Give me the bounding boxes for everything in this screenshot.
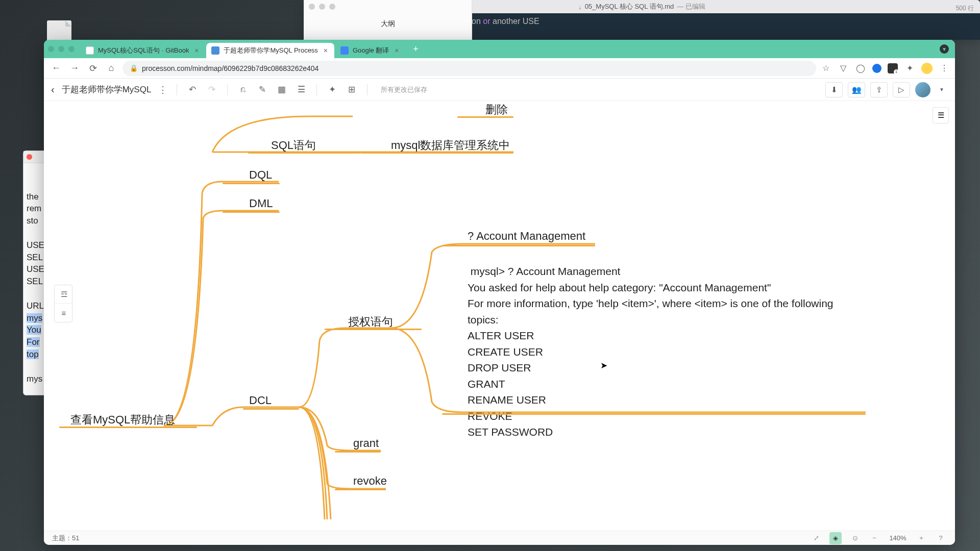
forward-button[interactable]: → xyxy=(67,61,82,76)
tab-google-translate[interactable]: Google 翻译 × xyxy=(335,43,406,58)
layout-icon[interactable]: ▦ xyxy=(276,84,288,96)
node-revoke[interactable]: revoke xyxy=(353,474,387,488)
close-icon[interactable]: × xyxy=(393,47,400,54)
node-account-mgmt[interactable]: ? Account Management xyxy=(468,230,585,243)
download-button[interactable]: ⬇ xyxy=(825,82,843,97)
redo-button[interactable]: ↷ xyxy=(206,84,218,96)
node-root[interactable]: 查看MySQL帮助信息 xyxy=(70,412,175,428)
extension-icon-1[interactable] xyxy=(872,64,881,73)
extension-icon-2[interactable] xyxy=(888,63,898,73)
layers-icon[interactable]: ◈ xyxy=(829,532,842,544)
grid-icon[interactable]: ⊞ xyxy=(346,84,358,96)
editor-title: ↓ 05_MySQL 核心 SQL 语句.md — 已编辑 xyxy=(578,2,705,11)
collab-button[interactable]: 👥 xyxy=(848,82,865,97)
browser-window: MySQL核心SQL语句 · GitBook × 于超老师带你学MySQL Pr… xyxy=(44,40,955,545)
app-toolbar: ‹ 于超老师带你学MySQL ⋮ ↶ ↷ ⎌ ✎ ▦ ☰ ✦ ⊞ 所有更改已保存… xyxy=(44,79,955,101)
dropdown-icon[interactable]: ▼ xyxy=(936,84,948,96)
window-maximize[interactable] xyxy=(68,46,75,52)
lock-icon: 🔒 xyxy=(130,64,138,72)
gitbook-icon xyxy=(86,46,94,55)
star-icon[interactable]: ✦ xyxy=(326,84,338,96)
processon-icon xyxy=(211,46,219,55)
format-paint-icon[interactable]: ⎌ xyxy=(237,84,249,96)
node-dql[interactable]: DQL xyxy=(249,168,272,182)
close-icon[interactable]: × xyxy=(322,47,329,54)
help-icon[interactable]: ? xyxy=(935,532,947,544)
bookmark-icon[interactable]: ☆ xyxy=(820,63,831,74)
node-dml[interactable]: DML xyxy=(249,197,273,210)
app-back-button[interactable]: ‹ xyxy=(51,84,55,95)
reader-icon[interactable]: ▽ xyxy=(838,63,849,74)
back-button[interactable]: ← xyxy=(49,61,63,76)
tab-processon[interactable]: 于超老师带你学MySQL Process × xyxy=(206,43,334,58)
more-menu-icon[interactable]: ⋮ xyxy=(158,84,167,95)
tab-search-button[interactable]: ▼ xyxy=(940,44,949,54)
address-bar: ← → ⟳ ⌂ 🔒 processon.com/mindmap/6096229b… xyxy=(44,58,955,79)
window-close[interactable] xyxy=(48,46,54,52)
share-button[interactable]: ⇪ xyxy=(870,82,888,97)
home-button[interactable]: ⌂ xyxy=(104,61,118,76)
profile-avatar[interactable] xyxy=(921,63,933,74)
new-tab-button[interactable]: + xyxy=(409,43,422,55)
reload-button[interactable]: ⟳ xyxy=(86,61,100,76)
node-dcl[interactable]: DCL xyxy=(249,394,272,407)
outline-panel: 大纲 xyxy=(304,0,472,40)
editor-line-indicator: 500 行 xyxy=(956,4,974,13)
node-auth[interactable]: 授权语句 xyxy=(348,314,393,330)
close-icon[interactable]: × xyxy=(193,47,200,54)
node-sql[interactable]: SQL语句 xyxy=(271,138,316,153)
zoom-out-button[interactable]: − xyxy=(868,532,880,544)
brush-icon[interactable]: ✎ xyxy=(256,84,268,96)
fullscreen-icon[interactable]: ⤢ xyxy=(810,532,822,544)
tab-strip: MySQL核心SQL语句 · GitBook × 于超老师带你学MySQL Pr… xyxy=(44,40,955,58)
zoom-in-button[interactable]: + xyxy=(915,532,927,544)
google-translate-icon xyxy=(340,46,349,55)
align-icon[interactable]: ☰ xyxy=(295,84,307,96)
menu-dots-icon[interactable]: ⋮ xyxy=(939,63,950,74)
node-db-system[interactable]: mysql数据库管理系统中 xyxy=(391,138,510,153)
node-delete[interactable]: 删除 xyxy=(485,102,508,117)
present-button[interactable]: ▷ xyxy=(893,82,910,97)
topic-count-label: 主题：51 xyxy=(52,534,79,543)
outline-title: 大纲 xyxy=(304,13,472,35)
tab-gitbook[interactable]: MySQL核心SQL语句 · GitBook × xyxy=(81,43,205,58)
url-input[interactable]: 🔒 processon.com/mindmap/6096229b7d9c0868… xyxy=(122,61,816,76)
node-grant[interactable]: grant xyxy=(353,437,379,450)
zoom-level: 140% xyxy=(888,534,908,542)
undo-button[interactable]: ↶ xyxy=(186,84,199,96)
status-bar: 主题：51 ⤢ ◈ ⊙ − 140% + ? xyxy=(44,531,955,545)
extensions-puzzle-icon[interactable]: ✦ xyxy=(904,63,915,74)
locate-icon[interactable]: ⊙ xyxy=(849,532,861,544)
mindmap-canvas[interactable]: ☰ ☲ ≡ 删除 SQL语句 mysql数据库管理系统中 xyxy=(44,101,955,531)
circle-icon[interactable]: ◯ xyxy=(855,63,866,74)
save-status: 所有更改已保存 xyxy=(381,85,427,94)
cursor-pointer: ➤ xyxy=(600,360,607,371)
user-avatar[interactable] xyxy=(915,82,930,97)
window-minimize[interactable] xyxy=(58,46,64,52)
document-title[interactable]: 于超老师带你学MySQL xyxy=(62,84,152,95)
